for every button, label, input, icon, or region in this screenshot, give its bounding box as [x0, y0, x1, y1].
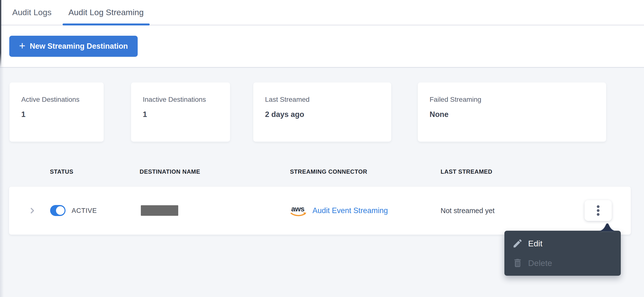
stat-label: Failed Streaming — [430, 96, 599, 104]
stat-value: None — [430, 110, 599, 119]
column-header-streaming-connector: STREAMING CONNECTOR — [290, 168, 367, 175]
kebab-dot — [597, 213, 600, 216]
pencil-icon — [512, 238, 523, 249]
aws-logo-icon: aws — [290, 205, 308, 218]
plus-icon: + — [19, 40, 26, 51]
status-label: ACTIVE — [72, 187, 97, 235]
new-streaming-destination-label: New Streaming Destination — [30, 42, 128, 51]
stat-label: Last Streamed — [265, 96, 384, 104]
column-header-status: STATUS — [50, 168, 73, 175]
tab-audit-logs[interactable]: Audit Logs — [6, 0, 58, 25]
menu-item-delete[interactable]: Delete — [504, 253, 621, 273]
tab-audit-log-streaming[interactable]: Audit Log Streaming — [62, 0, 150, 25]
tab-audit-logs-label: Audit Logs — [12, 8, 52, 17]
tab-bar: Audit Logs Audit Log Streaming — [0, 0, 644, 26]
streaming-connector-cell: aws Audit Event Streaming — [290, 187, 388, 235]
menu-item-delete-label: Delete — [528, 258, 552, 268]
column-header-destination-name: DESTINATION NAME — [140, 168, 200, 175]
stat-label: Inactive Destinations — [143, 96, 223, 104]
stat-value: 1 — [21, 110, 96, 119]
new-streaming-destination-button[interactable]: + New Streaming Destination — [9, 36, 138, 57]
context-menu-arrow — [598, 221, 616, 231]
status-toggle[interactable] — [50, 205, 66, 216]
stat-card-active-destinations: Active Destinations 1 — [10, 83, 104, 142]
expand-row-chevron-icon[interactable] — [28, 206, 36, 215]
stat-value: 1 — [143, 110, 223, 119]
main-content: Active Destinations 1 Inactive Destinati… — [0, 68, 644, 297]
audit-event-streaming-link[interactable]: Audit Event Streaming — [312, 206, 388, 215]
row-actions-kebab-button[interactable] — [584, 200, 612, 221]
trash-icon — [512, 258, 523, 268]
stat-card-failed-streaming: Failed Streaming None — [418, 83, 606, 142]
destination-name-redacted — [141, 205, 178, 216]
active-tab-indicator — [62, 24, 150, 26]
column-header-last-streamed: LAST STREAMED — [440, 168, 492, 175]
menu-item-edit[interactable]: Edit — [504, 234, 621, 253]
actions-row: + New Streaming Destination — [0, 26, 644, 68]
stat-card-inactive-destinations: Inactive Destinations 1 — [131, 83, 230, 142]
left-edge-dark-strip — [0, 0, 1, 68]
audit-log-streaming-page: Audit Logs Audit Log Streaming + New Str… — [0, 0, 644, 297]
kebab-dot — [597, 205, 600, 208]
stat-card-last-streamed: Last Streamed 2 days ago — [253, 83, 391, 142]
toggle-knob — [56, 206, 64, 215]
stat-label: Active Destinations — [21, 96, 96, 104]
tab-audit-log-streaming-label: Audit Log Streaming — [68, 8, 144, 17]
stat-value: 2 days ago — [265, 110, 384, 119]
menu-item-edit-label: Edit — [528, 239, 542, 248]
row-actions-context-menu: Edit Delete — [504, 231, 621, 276]
kebab-dot — [597, 209, 600, 212]
last-streamed-value: Not streamed yet — [440, 187, 494, 235]
table-row: ACTIVE aws Audit Event Streaming Not str… — [9, 187, 631, 235]
aws-logo-text: aws — [291, 205, 304, 213]
